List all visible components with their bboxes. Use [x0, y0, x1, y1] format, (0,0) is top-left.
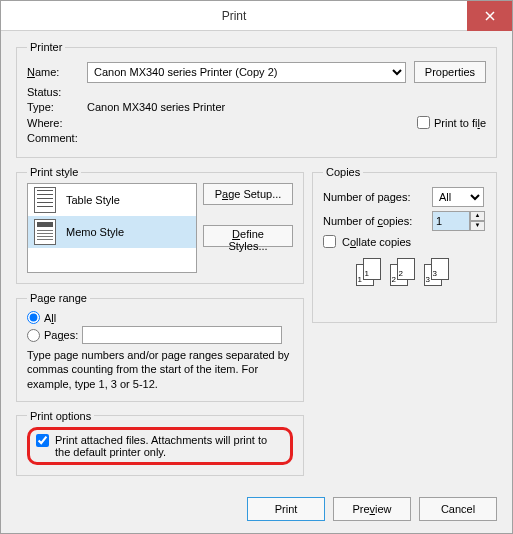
memo-style-icon	[34, 219, 56, 245]
pages-radio[interactable]	[27, 329, 40, 342]
status-label: Status:	[27, 86, 87, 98]
style-label: Table Style	[66, 194, 120, 206]
page-range-group: Page range All Pages: Type page numbers …	[16, 292, 304, 402]
page-range-legend: Page range	[27, 292, 90, 304]
printer-legend: Printer	[27, 41, 65, 53]
print-options-legend: Print options	[27, 410, 94, 422]
print-dialog: Print Printer Name: Canon MX340 series P…	[0, 0, 513, 534]
comment-label: Comment:	[27, 132, 87, 144]
collate-label: Collate copies	[342, 236, 411, 248]
style-item-table[interactable]: Table Style	[28, 184, 196, 216]
name-label: Name:	[27, 66, 87, 78]
copies-legend: Copies	[323, 166, 363, 178]
page-range-hint: Type page numbers and/or page ranges sep…	[27, 348, 293, 391]
all-radio[interactable]	[27, 311, 40, 324]
num-copies-label: Number of copies:	[323, 215, 426, 227]
print-attached-checkbox[interactable]	[36, 434, 49, 447]
close-button[interactable]	[467, 1, 512, 31]
pages-label: Pages:	[44, 329, 78, 341]
properties-button[interactable]: Properties	[414, 61, 486, 83]
printer-name-select[interactable]: Canon MX340 series Printer (Copy 2)	[87, 62, 406, 83]
close-icon	[485, 11, 495, 21]
titlebar: Print	[1, 1, 512, 31]
spin-down[interactable]: ▼	[470, 221, 485, 231]
printer-group: Printer Name: Canon MX340 series Printer…	[16, 41, 497, 158]
style-label: Memo Style	[66, 226, 124, 238]
print-style-group: Print style Table Style Memo Style	[16, 166, 304, 284]
spin-up[interactable]: ▲	[470, 211, 485, 221]
num-copies-input[interactable]	[432, 211, 470, 231]
define-styles-button[interactable]: Define Styles...	[203, 225, 293, 247]
print-to-file-label: Print to file	[434, 117, 486, 129]
window-title: Print	[1, 9, 467, 23]
collate-preview: 11 22 33	[323, 258, 486, 288]
page-setup-button[interactable]: Page Setup...	[203, 183, 293, 205]
collate-checkbox[interactable]	[323, 235, 336, 248]
preview-button[interactable]: Preview	[333, 497, 411, 521]
print-attached-label: Print attached files. Attachments will p…	[55, 434, 284, 458]
style-item-memo[interactable]: Memo Style	[28, 216, 196, 248]
num-pages-select[interactable]: All	[432, 187, 484, 207]
pages-input[interactable]	[82, 326, 282, 344]
num-pages-label: Number of pages:	[323, 191, 426, 203]
table-style-icon	[34, 187, 56, 213]
print-button[interactable]: Print	[247, 497, 325, 521]
type-value: Canon MX340 series Printer	[87, 101, 225, 113]
all-label: All	[44, 312, 56, 324]
where-label: Where:	[27, 117, 87, 129]
highlight-box: Print attached files. Attachments will p…	[27, 427, 293, 465]
copies-group: Copies Number of pages: All Number of co…	[312, 166, 497, 323]
print-style-legend: Print style	[27, 166, 81, 178]
cancel-button[interactable]: Cancel	[419, 497, 497, 521]
type-label: Type:	[27, 101, 87, 113]
style-list[interactable]: Table Style Memo Style	[27, 183, 197, 273]
print-to-file-checkbox[interactable]	[417, 116, 430, 129]
dialog-buttons: Print Preview Cancel	[247, 497, 497, 521]
print-options-group: Print options Print attached files. Atta…	[16, 410, 304, 476]
